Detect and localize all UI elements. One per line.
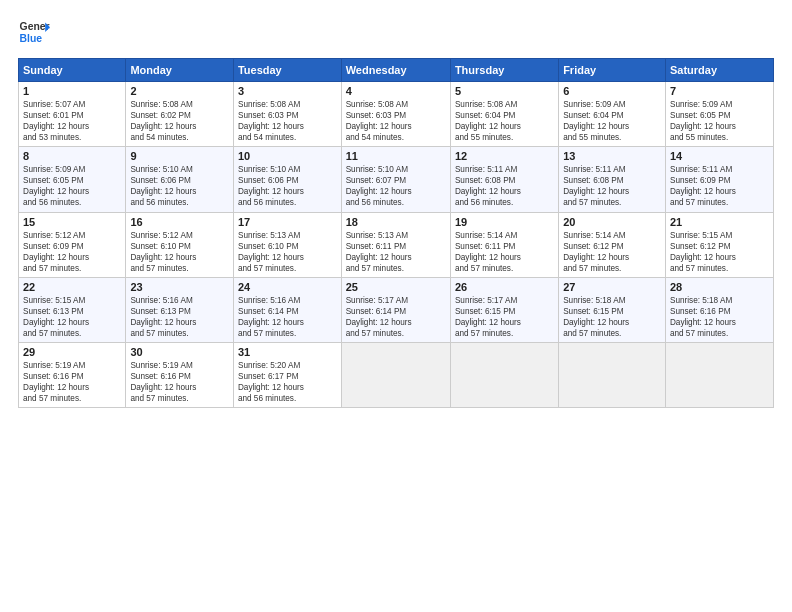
logo: General Blue <box>18 16 50 48</box>
calendar-day-cell: 11Sunrise: 5:10 AM Sunset: 6:07 PM Dayli… <box>341 147 450 212</box>
calendar-day-cell: 7Sunrise: 5:09 AM Sunset: 6:05 PM Daylig… <box>665 82 773 147</box>
calendar-day-cell: 21Sunrise: 5:15 AM Sunset: 6:12 PM Dayli… <box>665 212 773 277</box>
day-detail: Sunrise: 5:09 AM Sunset: 6:04 PM Dayligh… <box>563 99 661 143</box>
day-number: 13 <box>563 150 661 162</box>
day-detail: Sunrise: 5:13 AM Sunset: 6:11 PM Dayligh… <box>346 230 446 274</box>
calendar-day-cell: 23Sunrise: 5:16 AM Sunset: 6:13 PM Dayli… <box>126 277 234 342</box>
day-number: 30 <box>130 346 229 358</box>
day-number: 23 <box>130 281 229 293</box>
calendar-day-cell: 9Sunrise: 5:10 AM Sunset: 6:06 PM Daylig… <box>126 147 234 212</box>
day-number: 20 <box>563 216 661 228</box>
day-number: 5 <box>455 85 554 97</box>
day-detail: Sunrise: 5:10 AM Sunset: 6:07 PM Dayligh… <box>346 164 446 208</box>
calendar-day-cell: 6Sunrise: 5:09 AM Sunset: 6:04 PM Daylig… <box>559 82 666 147</box>
day-detail: Sunrise: 5:11 AM Sunset: 6:08 PM Dayligh… <box>563 164 661 208</box>
calendar-day-cell: 24Sunrise: 5:16 AM Sunset: 6:14 PM Dayli… <box>233 277 341 342</box>
day-detail: Sunrise: 5:15 AM Sunset: 6:12 PM Dayligh… <box>670 230 769 274</box>
day-of-week-header: Wednesday <box>341 59 450 82</box>
calendar-day-cell: 29Sunrise: 5:19 AM Sunset: 6:16 PM Dayli… <box>19 343 126 408</box>
day-of-week-header: Saturday <box>665 59 773 82</box>
day-detail: Sunrise: 5:10 AM Sunset: 6:06 PM Dayligh… <box>238 164 337 208</box>
day-number: 10 <box>238 150 337 162</box>
day-detail: Sunrise: 5:13 AM Sunset: 6:10 PM Dayligh… <box>238 230 337 274</box>
day-of-week-header: Sunday <box>19 59 126 82</box>
page: General Blue SundayMondayTuesdayWednesda… <box>0 0 792 612</box>
day-detail: Sunrise: 5:19 AM Sunset: 6:16 PM Dayligh… <box>130 360 229 404</box>
day-detail: Sunrise: 5:17 AM Sunset: 6:14 PM Dayligh… <box>346 295 446 339</box>
calendar-day-cell: 12Sunrise: 5:11 AM Sunset: 6:08 PM Dayli… <box>450 147 558 212</box>
day-number: 28 <box>670 281 769 293</box>
calendar-day-cell: 25Sunrise: 5:17 AM Sunset: 6:14 PM Dayli… <box>341 277 450 342</box>
calendar-day-cell <box>450 343 558 408</box>
calendar-day-cell: 1Sunrise: 5:07 AM Sunset: 6:01 PM Daylig… <box>19 82 126 147</box>
day-number: 17 <box>238 216 337 228</box>
day-number: 29 <box>23 346 121 358</box>
calendar-week-row: 22Sunrise: 5:15 AM Sunset: 6:13 PM Dayli… <box>19 277 774 342</box>
calendar-day-cell: 30Sunrise: 5:19 AM Sunset: 6:16 PM Dayli… <box>126 343 234 408</box>
day-number: 27 <box>563 281 661 293</box>
calendar-day-cell: 5Sunrise: 5:08 AM Sunset: 6:04 PM Daylig… <box>450 82 558 147</box>
day-of-week-header: Thursday <box>450 59 558 82</box>
day-number: 4 <box>346 85 446 97</box>
header: General Blue <box>18 16 774 48</box>
calendar-day-cell: 22Sunrise: 5:15 AM Sunset: 6:13 PM Dayli… <box>19 277 126 342</box>
logo-icon: General Blue <box>18 16 50 48</box>
day-detail: Sunrise: 5:19 AM Sunset: 6:16 PM Dayligh… <box>23 360 121 404</box>
day-number: 9 <box>130 150 229 162</box>
calendar-day-cell: 14Sunrise: 5:11 AM Sunset: 6:09 PM Dayli… <box>665 147 773 212</box>
calendar-day-cell <box>341 343 450 408</box>
day-detail: Sunrise: 5:16 AM Sunset: 6:13 PM Dayligh… <box>130 295 229 339</box>
calendar-day-cell <box>559 343 666 408</box>
day-of-week-header: Monday <box>126 59 234 82</box>
day-detail: Sunrise: 5:16 AM Sunset: 6:14 PM Dayligh… <box>238 295 337 339</box>
calendar-day-cell: 18Sunrise: 5:13 AM Sunset: 6:11 PM Dayli… <box>341 212 450 277</box>
day-number: 2 <box>130 85 229 97</box>
day-number: 7 <box>670 85 769 97</box>
calendar-week-row: 8Sunrise: 5:09 AM Sunset: 6:05 PM Daylig… <box>19 147 774 212</box>
day-detail: Sunrise: 5:08 AM Sunset: 6:03 PM Dayligh… <box>346 99 446 143</box>
calendar-day-cell: 4Sunrise: 5:08 AM Sunset: 6:03 PM Daylig… <box>341 82 450 147</box>
day-number: 26 <box>455 281 554 293</box>
calendar-day-cell <box>665 343 773 408</box>
day-number: 8 <box>23 150 121 162</box>
calendar-day-cell: 3Sunrise: 5:08 AM Sunset: 6:03 PM Daylig… <box>233 82 341 147</box>
calendar-week-row: 1Sunrise: 5:07 AM Sunset: 6:01 PM Daylig… <box>19 82 774 147</box>
day-detail: Sunrise: 5:09 AM Sunset: 6:05 PM Dayligh… <box>23 164 121 208</box>
day-detail: Sunrise: 5:12 AM Sunset: 6:10 PM Dayligh… <box>130 230 229 274</box>
day-number: 1 <box>23 85 121 97</box>
calendar-day-cell: 26Sunrise: 5:17 AM Sunset: 6:15 PM Dayli… <box>450 277 558 342</box>
calendar-table: SundayMondayTuesdayWednesdayThursdayFrid… <box>18 58 774 408</box>
day-detail: Sunrise: 5:12 AM Sunset: 6:09 PM Dayligh… <box>23 230 121 274</box>
day-detail: Sunrise: 5:08 AM Sunset: 6:02 PM Dayligh… <box>130 99 229 143</box>
day-detail: Sunrise: 5:08 AM Sunset: 6:03 PM Dayligh… <box>238 99 337 143</box>
day-detail: Sunrise: 5:07 AM Sunset: 6:01 PM Dayligh… <box>23 99 121 143</box>
calendar-week-row: 15Sunrise: 5:12 AM Sunset: 6:09 PM Dayli… <box>19 212 774 277</box>
day-detail: Sunrise: 5:09 AM Sunset: 6:05 PM Dayligh… <box>670 99 769 143</box>
calendar-day-cell: 8Sunrise: 5:09 AM Sunset: 6:05 PM Daylig… <box>19 147 126 212</box>
svg-text:Blue: Blue <box>20 33 43 44</box>
calendar-day-cell: 27Sunrise: 5:18 AM Sunset: 6:15 PM Dayli… <box>559 277 666 342</box>
calendar-day-cell: 10Sunrise: 5:10 AM Sunset: 6:06 PM Dayli… <box>233 147 341 212</box>
day-number: 14 <box>670 150 769 162</box>
day-detail: Sunrise: 5:14 AM Sunset: 6:11 PM Dayligh… <box>455 230 554 274</box>
day-number: 31 <box>238 346 337 358</box>
day-detail: Sunrise: 5:18 AM Sunset: 6:16 PM Dayligh… <box>670 295 769 339</box>
day-detail: Sunrise: 5:18 AM Sunset: 6:15 PM Dayligh… <box>563 295 661 339</box>
calendar-day-cell: 2Sunrise: 5:08 AM Sunset: 6:02 PM Daylig… <box>126 82 234 147</box>
day-detail: Sunrise: 5:08 AM Sunset: 6:04 PM Dayligh… <box>455 99 554 143</box>
calendar-day-cell: 15Sunrise: 5:12 AM Sunset: 6:09 PM Dayli… <box>19 212 126 277</box>
day-number: 12 <box>455 150 554 162</box>
day-detail: Sunrise: 5:11 AM Sunset: 6:09 PM Dayligh… <box>670 164 769 208</box>
calendar-header-row: SundayMondayTuesdayWednesdayThursdayFrid… <box>19 59 774 82</box>
calendar-day-cell: 17Sunrise: 5:13 AM Sunset: 6:10 PM Dayli… <box>233 212 341 277</box>
day-number: 16 <box>130 216 229 228</box>
day-number: 19 <box>455 216 554 228</box>
day-of-week-header: Friday <box>559 59 666 82</box>
day-number: 11 <box>346 150 446 162</box>
day-number: 6 <box>563 85 661 97</box>
day-number: 3 <box>238 85 337 97</box>
calendar-day-cell: 28Sunrise: 5:18 AM Sunset: 6:16 PM Dayli… <box>665 277 773 342</box>
day-detail: Sunrise: 5:20 AM Sunset: 6:17 PM Dayligh… <box>238 360 337 404</box>
day-detail: Sunrise: 5:10 AM Sunset: 6:06 PM Dayligh… <box>130 164 229 208</box>
day-number: 22 <box>23 281 121 293</box>
